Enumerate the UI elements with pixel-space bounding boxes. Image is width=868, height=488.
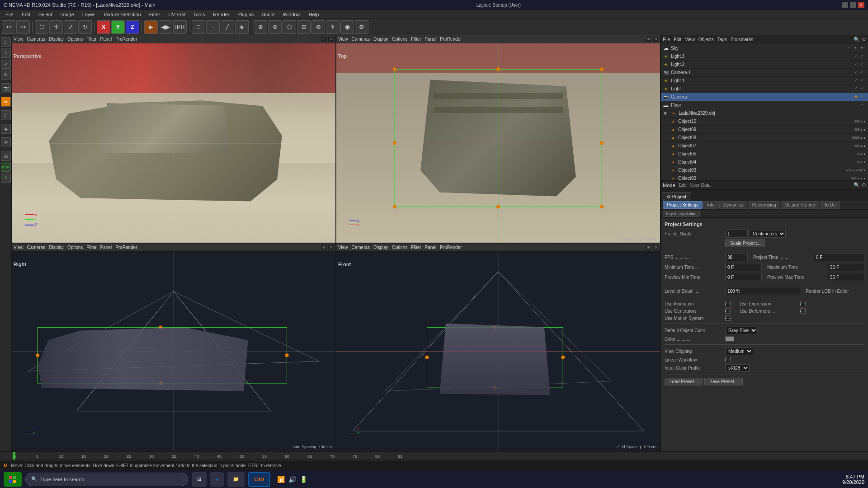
vp-top-panel[interactable]: Panel <box>425 37 437 42</box>
obj-header-edit[interactable]: Edit <box>674 37 681 42</box>
obj-row-sky[interactable]: ☁ Sky ✓ ● ● <box>661 44 868 52</box>
start-button[interactable] <box>4 472 22 487</box>
tool-subdivision[interactable]: ⬡ <box>1 110 11 120</box>
linear-workflow-checkbox[interactable]: ✓ <box>725 357 731 362</box>
obj-header-objects[interactable]: Objects <box>698 37 714 42</box>
menu-window[interactable]: Window <box>279 11 304 18</box>
vp-perspective-expand[interactable]: ⊞ <box>321 37 326 42</box>
viewport-perspective[interactable]: View Cameras Display Options Filter Pane… <box>12 35 335 243</box>
obj-row-obj09[interactable]: ▲ Object09 ⊞⊞▲▲ <box>661 126 868 134</box>
rotate-button[interactable]: ↻ <box>78 20 92 34</box>
obj-row-obj10[interactable]: ▲ Object10 ⊞⊞▲▲ <box>661 117 868 126</box>
preview-max-input[interactable] <box>828 273 864 281</box>
vp-right-cameras[interactable]: Cameras <box>27 245 46 250</box>
render-all-button[interactable]: ◀▶ <box>159 20 172 34</box>
obj-x-button[interactable]: X <box>97 20 110 34</box>
taskbar-network-icon[interactable]: 📶 <box>277 476 285 483</box>
taskbar-datetime[interactable]: 8:47 PM 9/20/2020 <box>842 474 864 485</box>
vp-right-options[interactable]: Options <box>67 245 83 250</box>
vp-front-prorender[interactable]: ProRender <box>440 245 462 250</box>
edge-mode-button[interactable]: ╱ <box>221 20 234 34</box>
obj-row-camera1[interactable]: 📷 Camera.1 ✓ ✓ <box>661 69 868 77</box>
menu-select[interactable]: Select <box>35 11 56 18</box>
close-button[interactable]: ✕ <box>858 2 864 8</box>
obj-header-view[interactable]: View <box>685 37 695 42</box>
viewport-top[interactable]: View Cameras Display Options Filter Pane… <box>336 35 660 243</box>
subtab-project-settings[interactable]: Project Settings <box>663 201 703 209</box>
view-clipping-select[interactable]: Medium Near Far <box>725 347 753 355</box>
viewport-right[interactable]: View Cameras Display Options Filter Pane… <box>12 244 335 451</box>
viewport-front[interactable]: View Cameras Display Options Filter Pane… <box>336 244 660 451</box>
tool-polygon-pen[interactable]: ✏ <box>1 97 11 107</box>
vp-top-cameras[interactable]: Cameras <box>352 37 370 42</box>
obj-row-floor[interactable]: ▬ Floor ✓ <box>661 101 868 109</box>
move-button[interactable]: ✛ <box>49 20 63 34</box>
axis-button[interactable]: ⊛ <box>268 20 282 34</box>
taskbar-search-box[interactable]: 🔍 Type here to search <box>25 473 188 486</box>
vp-perspective-panel[interactable]: Panel <box>100 37 112 42</box>
use-generators-checkbox[interactable]: ✓ <box>725 308 731 314</box>
vp-perspective-prorender[interactable]: ProRender <box>115 37 137 42</box>
vp-front-cameras[interactable]: Cameras <box>352 245 370 250</box>
props-userdata-btn[interactable]: User Data <box>690 183 711 188</box>
default-color-select[interactable]: Gray-Blue White Custom <box>725 327 758 334</box>
menu-uv-edit[interactable]: UV Edit <box>165 11 189 18</box>
obj-search-icon[interactable]: 🔍 <box>854 37 860 42</box>
obj-row-obj03[interactable]: ▲ Object03 ▲⊞▲▲⊞⊞▲ <box>661 166 868 174</box>
undo-button[interactable]: ↩ <box>2 20 15 34</box>
vp-perspective-settings[interactable]: ⚙ <box>328 37 334 42</box>
menu-edit[interactable]: Edit <box>18 11 34 18</box>
vp-top-filter[interactable]: Filter <box>411 37 421 42</box>
preview-min-input[interactable] <box>725 273 762 281</box>
vp-perspective-display[interactable]: Display <box>49 37 64 42</box>
obj-header-tags[interactable]: Tags <box>717 37 727 42</box>
input-color-profile-select[interactable]: sRGB Linear <box>725 364 750 372</box>
vp-top-expand[interactable]: ⊞ <box>646 37 651 42</box>
vp-top-options[interactable]: Options <box>392 37 407 42</box>
props-edit-btn[interactable]: Edit <box>679 183 687 188</box>
vp-right-filter[interactable]: Filter <box>86 245 96 250</box>
obj-row-ladaniva-obj[interactable]: ▼ ▲ LadaNiva2329.obj <box>661 109 868 117</box>
use-deformers-checkbox[interactable]: ✓ <box>800 308 806 314</box>
scale-project-button[interactable]: Scale Project... <box>725 239 765 247</box>
obj-header-bookmarks[interactable]: Bookmarks <box>731 37 753 42</box>
load-preset-button[interactable]: Load Preset... <box>665 378 703 385</box>
vp-right-view[interactable]: View <box>14 245 24 250</box>
obj-y-button[interactable]: Y <box>111 20 125 34</box>
tool-boole[interactable]: ⊕ <box>1 137 11 147</box>
lod-input[interactable] <box>725 287 800 295</box>
menu-help[interactable]: Help <box>305 11 323 18</box>
vp-perspective-filter[interactable]: Filter <box>86 37 96 42</box>
tool-rotate[interactable]: ↻ <box>1 70 11 80</box>
project-time-input[interactable] <box>814 253 864 261</box>
taskbar-edge-btn[interactable]: e <box>210 472 224 487</box>
use-animation-checkbox[interactable]: ✓ <box>725 301 731 306</box>
viewport-perspective-canvas[interactable]: Perspective X <box>12 43 335 243</box>
obj-header-file[interactable]: File <box>663 37 670 42</box>
maximize-button[interactable]: □ <box>850 2 856 8</box>
obj-row-light3[interactable]: ☀ Light.3 ✓ ✓ <box>661 52 868 61</box>
obj-row-light[interactable]: ☀ Light ✓ ✓ <box>661 85 868 93</box>
tool-scale[interactable]: ⤢ <box>1 59 11 69</box>
vp-perspective-options[interactable]: Options <box>67 37 83 42</box>
use-motion-checkbox[interactable]: ✓ <box>725 315 731 321</box>
obj-row-obj07[interactable]: ▲ Object07 ⊞⊞▲▲ <box>661 142 868 150</box>
obj-row-obj08[interactable]: ▲ Object08 ⊞⊞⊞▲▲ <box>661 134 868 142</box>
taskbar-explorer-btn[interactable]: 📁 <box>227 472 245 487</box>
vp-front-options[interactable]: Options <box>392 245 407 250</box>
taskbar-c4d-btn[interactable]: C4D <box>248 472 270 487</box>
vp-right-panel[interactable]: Panel <box>100 245 112 250</box>
menu-script[interactable]: Script <box>258 11 278 18</box>
vp-right-expand[interactable]: ⊞ <box>321 245 326 250</box>
obj-row-camera[interactable]: 📷 Camera ◉ ✓ <box>661 93 868 101</box>
taskbar-view-btn[interactable]: ⊞ <box>192 472 207 487</box>
settings2-button[interactable]: ⚙ <box>355 20 368 34</box>
light2-button[interactable]: ☀ <box>326 20 340 34</box>
snap-button[interactable]: ⊕ <box>254 20 267 34</box>
tool-move[interactable]: ✛ <box>1 48 11 58</box>
fps-input[interactable] <box>725 253 748 261</box>
obj-z-button[interactable]: Z <box>126 20 139 34</box>
camera2-button[interactable]: ⊗ <box>311 20 325 34</box>
obj-row-light1[interactable]: ☀ Light.1 ✓ ✓ <box>661 77 868 85</box>
viewport-front-canvas[interactable]: Front <box>336 252 660 451</box>
